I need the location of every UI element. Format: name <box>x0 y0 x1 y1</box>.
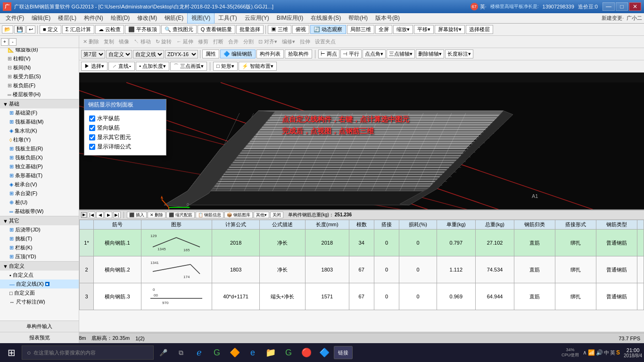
tb-component-list-btn[interactable]: 构件列表 <box>256 49 284 58</box>
tb-align-btn[interactable]: ⬛ 平齐板顶 <box>125 25 160 34</box>
close-button[interactable]: ✕ <box>629 2 641 11</box>
rotate-btn[interactable]: ↻ 旋转 <box>154 38 173 46</box>
sidebar-item-board-gap[interactable]: ⊟ 板间(N) <box>0 63 79 72</box>
tb-parallel-btn[interactable]: ⊣ 平行 <box>340 49 362 58</box>
tb-rect-btn[interactable]: □ 矩形▾ <box>213 62 238 71</box>
checkbox-formula[interactable]: 显示详细公式 <box>89 143 161 151</box>
taskbar-search-bar[interactable]: ○ 在这里输入你要搜索的内容 <box>22 346 154 360</box>
taskbar-icon-browser[interactable]: G <box>208 343 225 362</box>
tb-line-btn[interactable]: ⟋ 直线▾ <box>108 62 135 71</box>
tb-zoom-btn[interactable]: 缩放▾ <box>393 25 413 34</box>
tb-small-2[interactable]: - <box>9 38 17 46</box>
checkbox-vertical-input[interactable] <box>89 125 95 131</box>
maximize-button[interactable]: □ <box>616 2 628 11</box>
menu-item-online[interactable]: 在线服务(S) <box>307 13 345 23</box>
sidebar-item-floor-band[interactable]: ═ 楼层板带(H) <box>0 90 79 99</box>
code-select[interactable]: ZDYX-16 <box>165 50 198 58</box>
tb-del-aux-btn[interactable]: 删除辅轴▾ <box>416 49 444 58</box>
taskbar-link-btn[interactable]: 链接 <box>334 346 353 359</box>
taskbar-icon-app3[interactable]: 🔷 <box>316 343 333 362</box>
tb-find-btn[interactable]: 🔍 查找图元 <box>161 25 197 34</box>
nav-first-btn[interactable]: |◀ <box>88 212 95 218</box>
tb-view-rebar-btn[interactable]: Q 查看钢筋量 <box>198 25 236 34</box>
minimize-button[interactable]: — <box>603 2 615 11</box>
table-row-3[interactable]: 3 横向钢筋.3 0 970 00 40*d+1171 端头+净长 <box>80 283 644 310</box>
rebar-table-container[interactable]: 筋号 图形 计算公式 公式描述 长度(mm) 根数 搭接 损耗(%) 单重(kg… <box>79 220 644 332</box>
menu-item-rebar[interactable]: 钢筋(E) <box>161 13 187 23</box>
sidebar-item-dim[interactable]: ↔ 尺寸标注(W) <box>0 297 79 306</box>
taskbar-icon-green[interactable]: G <box>280 343 297 362</box>
tb-two-pt-btn[interactable]: ⊢ 两点 <box>318 49 339 58</box>
tb-save-btn[interactable]: 💾 <box>14 25 25 33</box>
tb-small-1[interactable]: + <box>1 38 8 46</box>
tb-arc-btn[interactable]: ⌒ 三点画弧▾ <box>170 62 207 71</box>
menu-item-tools[interactable]: 工具(T) <box>215 13 240 23</box>
tray-icon-up[interactable]: ∧ <box>583 349 587 356</box>
nav-delete-btn[interactable]: ✕ 删除 <box>148 212 166 218</box>
pull-btn[interactable]: 拉伸 <box>298 38 312 46</box>
tb-undo-btn[interactable]: ↩ <box>26 25 35 33</box>
sidebar-item-cap[interactable]: ◈ 桩承台(V) <box>0 180 79 189</box>
table-row-2[interactable]: 2 横向钢筋.2 1341 174 1803 净长 1803 <box>80 256 644 283</box>
trim-btn[interactable]: 修剪 <box>196 38 210 46</box>
sidebar-item-sump[interactable]: ◈ 集水坑(K) <box>0 126 79 135</box>
sidebar-item-post-pour[interactable]: ⊞ 后浇带(JD) <box>0 225 79 234</box>
nav-lib-btn[interactable]: 📦 钢筋图库 <box>224 212 253 218</box>
checkbox-other-input[interactable] <box>89 134 95 140</box>
tb-edit-rebar-btn[interactable]: 🔷 编辑钢筋 <box>220 49 256 58</box>
view-select[interactable]: 自定义 <box>106 50 132 58</box>
tray-icon-app[interactable]: S <box>616 349 620 356</box>
tb-fullscreen-btn[interactable]: 全屏 <box>375 25 392 34</box>
sidebar-item-top-cap[interactable]: ⊞ 压顶(YD) <box>0 252 79 261</box>
tb-cloud-check-btn[interactable]: ☁ 云检查 <box>95 25 124 34</box>
menu-item-version[interactable]: 版本号(B) <box>372 13 404 23</box>
sidebar-group-foundation[interactable]: ▼ 基础 <box>0 99 79 108</box>
sidebar-item-raft[interactable]: ⊞ 筏板基础(M) <box>0 117 79 126</box>
taskbar-icon-files[interactable]: 📁 <box>262 343 279 362</box>
tb-local-3d-btn[interactable]: 局部三维 <box>347 25 374 34</box>
sidebar-item-raft-neg[interactable]: ⊞ 筏板负筋(X) <box>0 153 79 162</box>
delete-btn[interactable]: ✕ 删除 <box>81 38 101 46</box>
menu-item-help[interactable]: 帮助(H) <box>345 13 372 23</box>
checkbox-other-elements[interactable]: 显示其它图元 <box>89 133 161 141</box>
split-btn[interactable]: 分割 <box>241 38 256 46</box>
tb-3d-btn[interactable]: ▣ 三维 <box>268 25 291 34</box>
extend-btn[interactable]: ← 延伸 <box>174 38 195 46</box>
tb-dot-angle-btn[interactable]: 点点角▾ <box>363 49 386 58</box>
sidebar-single-input[interactable]: 单构件输入 <box>0 321 79 332</box>
nav-scale-btn[interactable]: ⬛ 缩尺配筋 <box>166 212 195 218</box>
tb-dynamic-view-btn[interactable]: 🔄 动态观察 <box>310 25 346 34</box>
tb-pick-component-btn[interactable]: 拾取构件 <box>285 49 312 58</box>
tray-icon-net[interactable]: 📶 <box>588 349 595 356</box>
tb-pan-btn[interactable]: 平移▾ <box>414 25 434 34</box>
nav-prev-btn[interactable]: ◀ <box>96 212 104 218</box>
nav-last-btn[interactable]: ▶| <box>113 212 121 218</box>
sidebar-item-column-pier[interactable]: ◊ 柱墩(Y) <box>0 135 79 144</box>
copy-btn[interactable]: 复制 <box>102 38 116 46</box>
nav-next-btn[interactable]: ▶ <box>105 212 112 218</box>
tb-sum-btn[interactable]: Σ 汇总计算 <box>62 25 94 34</box>
sidebar-item-custom-face[interactable]: □ 自定义面 <box>0 288 79 297</box>
clock-area[interactable]: 21:00 2018/8/4 <box>624 347 642 358</box>
menu-item-file[interactable]: 文件(F) <box>2 13 28 23</box>
taskbar-icon-edge[interactable]: ℯ <box>190 343 207 362</box>
checkbox-horizontal-input[interactable] <box>89 115 95 122</box>
floor-select[interactable]: 第7层 <box>81 50 105 58</box>
sidebar-item-raft-main[interactable]: ⊞ 筏板主筋(R) <box>0 144 79 153</box>
sidebar-item-cantilever[interactable]: ⊞ 挑板(T) <box>0 234 79 243</box>
move-btn[interactable]: ↖ 移动 <box>132 38 153 46</box>
taskbar-icon-app2[interactable]: e <box>244 343 261 362</box>
tray-icon-vol[interactable]: 🔊 <box>596 349 603 356</box>
sidebar-item-custom-line[interactable]: — 自定义线(X) ■ <box>0 280 79 288</box>
menu-item-draw[interactable]: 绘图(D) <box>107 13 134 23</box>
sidebar-item-cap-beam[interactable]: ⊞ 承台梁(F) <box>0 189 79 198</box>
checkbox-vertical[interactable]: 竖向纵筋 <box>89 124 161 132</box>
tb-property-btn[interactable]: 属性 <box>202 49 219 58</box>
menu-item-layer[interactable]: 楼层(L) <box>54 13 80 23</box>
table-row-1[interactable]: 1* 横向钢筋.1 129 1345 165 <box>80 230 644 256</box>
start-button[interactable]: ⊞ <box>2 343 21 362</box>
sidebar-item-column-cap[interactable]: ⊞ 柱帽(V) <box>0 54 79 63</box>
nav-insert-btn[interactable]: ⬛ 插入 <box>127 212 147 218</box>
align-btn[interactable]: ⊡ 对齐▾ <box>256 38 279 46</box>
tb-open-btn[interactable]: 📂 <box>2 25 13 33</box>
